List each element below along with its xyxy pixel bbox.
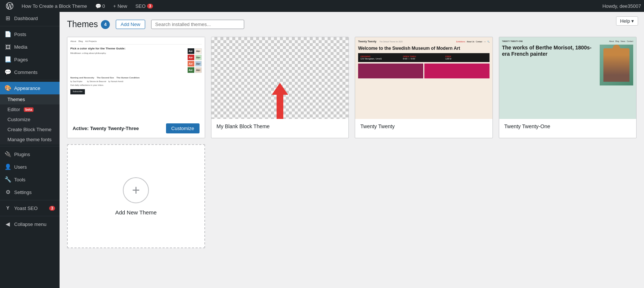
sidebar-subitem-editor[interactable]: Editor beta xyxy=(0,104,60,114)
theme-count-badge: 4 xyxy=(101,20,110,29)
add-plus-icon: + xyxy=(123,177,149,203)
sidebar-subitem-themes[interactable]: Themes xyxy=(0,94,60,104)
menu-divider-3 xyxy=(0,146,60,146)
beta-badge: beta xyxy=(24,107,34,112)
search-input[interactable] xyxy=(151,20,244,29)
theme-name-tt: Twenty Twenty xyxy=(360,123,395,129)
theme-card-blank[interactable]: My Blank Block Theme xyxy=(211,37,349,138)
menu-divider-5 xyxy=(0,216,60,216)
adminbar-site-name[interactable]: How To Create a Block Theme xyxy=(19,0,90,12)
collapse-icon: ◀ xyxy=(4,221,11,227)
theme-card-twenty-twenty[interactable]: Twenty Twenty The Default Theme for 2020… xyxy=(355,37,493,138)
sidebar-item-yoast-seo[interactable]: Y Yoast SEO 3 xyxy=(0,202,60,214)
sidebar-item-media[interactable]: 🖼 Media xyxy=(0,41,60,53)
theme-card-twenty-twenty-one[interactable]: TWENTY TWENTY-ONE AboutBlogNewsContact xyxy=(499,37,637,138)
theme-footer-tt1: Twenty Twenty-One xyxy=(499,119,637,134)
adminbar-comments[interactable]: 💬 0 xyxy=(92,0,108,12)
theme-thumbnail-tt1: TWENTY TWENTY-ONE AboutBlogNewsContact xyxy=(499,37,637,119)
users-icon: 👤 xyxy=(4,164,11,170)
adminbar-user: Howdy, dee35007 xyxy=(602,3,641,9)
customize-button[interactable]: Customize xyxy=(166,123,199,133)
sidebar-item-plugins[interactable]: 🔌 Plugins xyxy=(0,148,60,161)
appearance-submenu: Themes Editor beta Customize Create Bloc… xyxy=(0,94,60,145)
adminbar-wp-logo[interactable] xyxy=(3,0,16,12)
sidebar-subitem-create-block-theme[interactable]: Create Block Theme xyxy=(0,124,60,135)
menu-divider-4 xyxy=(0,200,60,200)
dashboard-icon: ⊞ xyxy=(4,15,11,22)
sidebar-subitem-customize[interactable]: Customize xyxy=(0,114,60,124)
theme-thumbnail-blank xyxy=(211,37,349,119)
sidebar-item-settings[interactable]: ⚙ Settings xyxy=(0,186,60,198)
menu-divider-1 xyxy=(0,26,60,26)
sidebar-collapse-menu[interactable]: ◀ Collapse menu xyxy=(0,218,60,230)
add-new-theme-card[interactable]: + Add New Theme xyxy=(67,144,205,248)
sidebar-item-tools[interactable]: 🔧 Tools xyxy=(0,173,60,186)
posts-icon: 📄 xyxy=(4,31,11,38)
media-icon: 🖼 xyxy=(4,43,11,50)
tt-image-2 xyxy=(424,64,490,78)
help-button[interactable]: Help ▾ xyxy=(616,16,638,26)
theme-footer-tt3: Active: Twenty Twenty-Three Customize xyxy=(67,119,205,138)
admin-bar: How To Create a Block Theme 💬 0 + New SE… xyxy=(0,0,644,12)
theme-active-label: Active: Twenty Twenty-Three xyxy=(73,126,139,131)
admin-menu: ⊞ Dashboard 📄 Posts 🖼 Media 📃 Pages 💬 Co… xyxy=(0,12,60,288)
sidebar-item-posts[interactable]: 📄 Posts xyxy=(0,28,60,41)
tt-image-1 xyxy=(358,64,423,78)
settings-icon: ⚙ xyxy=(4,189,11,195)
sidebar-item-users[interactable]: 👤 Users xyxy=(0,161,60,173)
checkerboard-bg xyxy=(211,37,349,119)
menu-divider-2 xyxy=(0,80,60,80)
sidebar-item-dashboard[interactable]: ⊞ Dashboard xyxy=(0,12,60,25)
content-area: Help ▾ Themes 4 Add New AboutBlogArt Pro… xyxy=(60,12,644,288)
page-title: Themes 4 xyxy=(67,19,110,29)
sidebar-subitem-manage-theme-fonts[interactable]: Manage theme fonts xyxy=(0,135,60,145)
theme-card-twenty-twenty-three[interactable]: AboutBlogArt Projects Pick a color style… xyxy=(67,37,205,138)
theme-footer-tt: Twenty Twenty xyxy=(355,119,492,134)
theme-thumbnail-tt3: AboutBlogArt Projects Pick a color style… xyxy=(67,37,205,119)
tools-icon: 🔧 xyxy=(4,176,11,183)
theme-name-blank: My Blank Block Theme xyxy=(217,123,270,129)
plugins-icon: 🔌 xyxy=(4,151,11,158)
sidebar-item-pages[interactable]: 📃 Pages xyxy=(0,53,60,66)
add-new-button[interactable]: Add New xyxy=(116,20,145,29)
theme-footer-blank: My Blank Block Theme xyxy=(211,119,349,134)
sidebar-item-appearance[interactable]: 🎨 Appearance xyxy=(0,82,60,94)
comment-icon: 💬 xyxy=(95,3,101,9)
page-header: Themes 4 Add New xyxy=(67,19,637,29)
pages-icon: 📃 xyxy=(4,56,11,63)
yoast-icon: Y xyxy=(4,205,11,211)
theme-name-tt1: Twenty Twenty-One xyxy=(504,123,550,129)
sidebar-item-comments[interactable]: 💬 Comments xyxy=(0,66,60,78)
adminbar-yoast[interactable]: SEO 3 xyxy=(133,0,156,12)
appearance-icon: 🎨 xyxy=(4,85,11,91)
add-new-theme-label: Add New Theme xyxy=(115,209,157,216)
themes-grid: AboutBlogArt Projects Pick a color style… xyxy=(67,37,637,248)
theme-thumbnail-tt: Twenty Twenty The Default Theme for 2020… xyxy=(355,37,492,119)
adminbar-new[interactable]: + New xyxy=(110,0,130,12)
comments-icon: 💬 xyxy=(4,69,11,75)
